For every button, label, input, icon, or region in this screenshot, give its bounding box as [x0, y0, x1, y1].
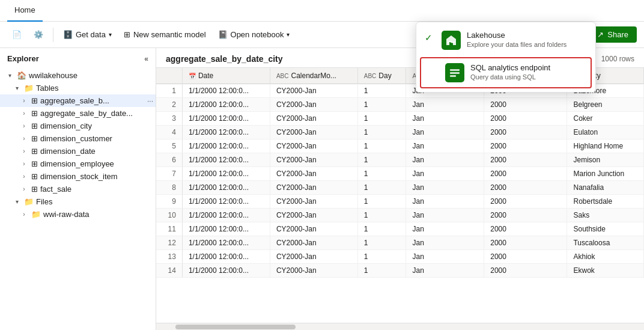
new-semantic-model-button[interactable]: ⊞ New semantic model [119, 27, 211, 42]
open-notebook-button[interactable]: 📓 Open notebook ▾ [213, 27, 295, 42]
sidebar-item-files[interactable]: ▾ 📁 Files [0, 195, 156, 208]
data-table: 📅Date ABCCalendarMo... ABCDay ABCShortMo… [156, 68, 644, 278]
chevron-dim-cust: › [19, 135, 29, 142]
cell: CY2000-Jan [270, 195, 357, 209]
cell: CY2000-Jan [270, 236, 357, 250]
cell: Jan [406, 264, 484, 278]
cell: Akhiok [567, 250, 644, 264]
sidebar-item-dimension-customer[interactable]: › ⊞ dimension_customer [0, 132, 156, 145]
sidebar-item-aggregate-sale-by-date[interactable]: › ⊞ aggregate_sale_by_date... [0, 107, 156, 120]
table-row: 101/1/2000 12:00:0...CY2000-Jan1Jan2000S… [156, 209, 644, 222]
sidebar-item-dimension-date[interactable]: › ⊞ dimension_date [0, 145, 156, 157]
chevron-dim-emp: › [19, 160, 29, 167]
cell: 1 [357, 139, 406, 153]
table-icon-3: ⊞ [31, 121, 38, 130]
cell: Marion Junction [567, 167, 644, 181]
cell: Tuscaloosa [567, 236, 644, 250]
table-row: 61/1/2000 12:00:0...CY2000-Jan1Jan2000Je… [156, 153, 644, 167]
table-container[interactable]: 📅Date ABCCalendarMo... ABCDay ABCShortMo… [156, 68, 644, 323]
files-label: Files [36, 197, 156, 206]
cell: 1 [357, 84, 406, 98]
dropdown-item-lakehouse[interactable]: ✓ Lakehouse Explore your data files and … [416, 25, 595, 56]
horizontal-scrollbar[interactable] [156, 323, 644, 330]
share-button[interactable]: ↗ Share [589, 26, 637, 43]
cell: Jan [406, 153, 484, 167]
table-label-5: dimension_date [40, 147, 156, 156]
table-row: 71/1/2000 12:00:0...CY2000-Jan1Jan2000Ma… [156, 167, 644, 181]
scroll-thumb[interactable] [175, 325, 296, 329]
table-row: 111/1/2000 12:00:0...CY2000-Jan1Jan2000S… [156, 222, 644, 236]
cell: Southside [567, 222, 644, 236]
row-number: 5 [156, 139, 182, 153]
sidebar-item-aggregate-sale-b[interactable]: › ⊞ aggregate_sale_b... ··· [0, 94, 156, 107]
root-label: wwilakehouse [29, 71, 156, 80]
cell: 1 [357, 264, 406, 278]
cell: Jan [406, 209, 484, 222]
new-button[interactable]: 📄 [7, 27, 26, 42]
sidebar-item-dimension-stock-item[interactable]: › ⊞ dimension_stock_item [0, 170, 156, 183]
cell: 1/1/2000 12:00:0... [182, 264, 270, 278]
chevron-fact-sale: › [19, 186, 29, 192]
folder-icon-wwi: 📁 [31, 210, 41, 219]
table-label-1: aggregate_sale_b... [40, 96, 142, 105]
cell: 1 [357, 126, 406, 139]
sidebar-item-wwi-raw-data[interactable]: › 📁 wwi-raw-data [0, 208, 156, 221]
semantic-model-icon: ⊞ [124, 30, 130, 39]
tree-root[interactable]: ▾ 🏠 wwilakehouse [0, 69, 156, 82]
cell: 2000 [484, 264, 567, 278]
cell: 1 [357, 153, 406, 167]
folder-icon: 📁 [24, 84, 34, 93]
dropdown-item-sql[interactable]: ✓ SQL analytics endpoint Query data usin… [420, 57, 592, 88]
cell: Jan [406, 250, 484, 264]
cell: Jemison [567, 153, 644, 167]
lakehouse-menu-icon [442, 31, 461, 50]
cell: 1/1/2000 12:00:0... [182, 195, 270, 209]
col-date: 📅Date [182, 68, 270, 84]
table-row: 51/1/2000 12:00:0...CY2000-Jan1Jan2000Hi… [156, 139, 644, 153]
cell: CY2000-Jan [270, 181, 357, 195]
get-data-button[interactable]: 🗄️ Get data ▾ [58, 27, 117, 42]
cell: CY2000-Jan [270, 153, 357, 167]
cell: Jan [406, 181, 484, 195]
sidebar-item-dimension-employee[interactable]: › ⊞ dimension_employee [0, 157, 156, 170]
collapse-icon[interactable]: « [144, 55, 148, 63]
cell: 1/1/2000 12:00:0... [182, 126, 270, 139]
cell: 1 [357, 236, 406, 250]
svg-rect-1 [450, 72, 460, 74]
row-number: 13 [156, 250, 182, 264]
cell: 2000 [484, 222, 567, 236]
cell: 1 [357, 195, 406, 209]
sidebar-item-fact-sale[interactable]: › ⊞ fact_sale [0, 183, 156, 195]
row-number: 1 [156, 84, 182, 98]
cell: CY2000-Jan [270, 250, 357, 264]
sidebar-item-dimension-city[interactable]: › ⊞ dimension_city [0, 120, 156, 132]
cell: 2000 [484, 209, 567, 222]
row-number: 3 [156, 112, 182, 126]
sidebar: Explorer « ▾ 🏠 wwilakehouse ▾ 📁 Tables ›… [0, 48, 156, 330]
table-row: 141/1/2000 12:00:0...CY2000-Jan1Jan2000E… [156, 264, 644, 278]
chevron-tables: ▾ [12, 85, 22, 91]
chevron-down-icon: ▾ [109, 31, 112, 38]
more-icon-1[interactable]: ··· [145, 97, 156, 105]
table-label-4: dimension_customer [40, 134, 156, 143]
cell: 1/1/2000 12:00:0... [182, 84, 270, 98]
chevron-wwi: › [19, 211, 29, 218]
sidebar-item-tables[interactable]: ▾ 📁 Tables [0, 82, 156, 94]
settings-button[interactable]: ⚙️ [29, 27, 48, 42]
sql-menu-title: SQL analytics endpoint [470, 63, 583, 72]
table-title: aggregate_sale_by_date_city [166, 54, 283, 64]
cell: Jan [406, 139, 484, 153]
cell: Nanafalia [567, 181, 644, 195]
cell: 1 [357, 98, 406, 112]
row-number: 2 [156, 98, 182, 112]
root-icon: 🏠 [17, 71, 26, 80]
row-number: 9 [156, 195, 182, 209]
cell: CY2000-Jan [270, 222, 357, 236]
cell: CY2000-Jan [270, 167, 357, 181]
cell: 2000 [484, 153, 567, 167]
row-number: 11 [156, 222, 182, 236]
home-tab[interactable]: Home [7, 0, 43, 22]
table-body: 11/1/2000 12:00:0...CY2000-Jan1Jan2000Ba… [156, 84, 644, 278]
chevron-agg1: › [19, 97, 29, 104]
sidebar-header: Explorer « [0, 48, 156, 69]
